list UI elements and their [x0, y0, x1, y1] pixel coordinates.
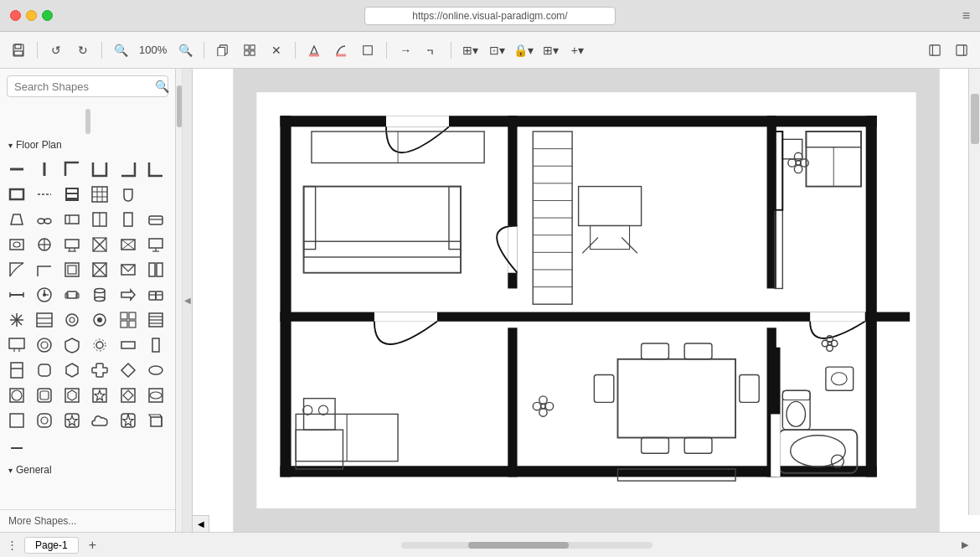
shape-sq-rounded[interactable] — [33, 384, 56, 407]
shape-sq-diamond[interactable] — [116, 384, 140, 407]
copy-button[interactable] — [211, 39, 235, 62]
scroll-left-button[interactable]: ◀ — [193, 515, 209, 532]
panel-right-button[interactable] — [950, 39, 973, 62]
shape-diamond-x[interactable] — [88, 258, 111, 281]
shape-grid2[interactable] — [88, 183, 111, 206]
shape-cross[interactable] — [88, 233, 111, 256]
close-button[interactable] — [10, 10, 21, 21]
shape-rect-wall[interactable] — [5, 183, 28, 206]
scroll-right-button[interactable]: ▶ — [957, 537, 973, 554]
shape-tv2[interactable] — [5, 333, 28, 357]
shape-cabinet[interactable] — [88, 208, 111, 231]
stroke-button[interactable] — [329, 39, 353, 62]
shape-2seater[interactable] — [144, 283, 168, 307]
shape-3d-box[interactable] — [144, 409, 168, 432]
shape-grid3[interactable] — [116, 308, 140, 332]
shape-fan[interactable] — [33, 233, 56, 256]
grid-button[interactable] — [238, 39, 261, 62]
shape-corner-desk[interactable] — [5, 258, 28, 281]
shape-house[interactable] — [5, 409, 28, 432]
shape-corner-tl[interactable] — [60, 157, 84, 181]
shape-bed[interactable] — [60, 208, 84, 231]
group-button[interactable]: ⊡▾ — [485, 39, 508, 62]
more-shapes-link[interactable]: More Shapes... — [0, 509, 175, 532]
canvas-area[interactable]: ◀ — [193, 69, 980, 532]
add-page-button[interactable]: + — [89, 538, 96, 553]
shape-wall-h[interactable] — [5, 157, 28, 181]
shape-wall-v[interactable] — [33, 157, 56, 181]
floor-plan-section[interactable]: ▾ Floor Plan — [0, 136, 175, 154]
zoom-out-button[interactable]: 🔍 — [109, 39, 132, 62]
shape-ring[interactable] — [33, 333, 56, 357]
shape-sq-star[interactable] — [88, 384, 111, 407]
more-options-button[interactable]: ⋮ — [7, 539, 18, 551]
url-bar[interactable]: https://online.visual-paradigm.com/ — [364, 7, 616, 25]
page-tab[interactable]: Page-1 — [24, 537, 79, 554]
shape-u-wall[interactable] — [88, 157, 111, 181]
shape-tv[interactable] — [60, 233, 84, 256]
shape-clock[interactable] — [33, 283, 56, 307]
shape-rounded-cross[interactable] — [88, 358, 111, 382]
redo-button[interactable]: ↻ — [71, 39, 95, 62]
shape-monitor[interactable] — [144, 233, 168, 256]
shape-sq-circle[interactable] — [5, 384, 28, 407]
shape-sq-cross[interactable] — [116, 409, 140, 432]
shape-space[interactable] — [144, 183, 168, 206]
shape-thick-grid[interactable] — [60, 183, 84, 206]
shape-cog[interactable] — [88, 333, 111, 357]
zoom-in-button[interactable]: 🔍 — [173, 39, 197, 62]
shape-round-table[interactable] — [60, 308, 84, 332]
shape-lamp[interactable] — [88, 308, 111, 332]
shape-sq-oval[interactable] — [144, 384, 168, 407]
shape-sofa2[interactable] — [144, 208, 168, 231]
minimize-button[interactable] — [26, 10, 37, 21]
shape-line-h2[interactable] — [5, 283, 28, 307]
shape-narrow-rect[interactable] — [116, 333, 140, 357]
shape-pillar[interactable] — [116, 208, 140, 231]
sidebar-scrollbar[interactable] — [176, 69, 183, 532]
save-button[interactable] — [7, 39, 30, 62]
shape-sink[interactable] — [5, 233, 28, 256]
shape-dash-h[interactable] — [33, 183, 56, 206]
shape-wardrobe[interactable] — [144, 258, 168, 281]
elbow-button[interactable] — [420, 39, 444, 62]
shape-bookshelf[interactable] — [33, 308, 56, 332]
shape-toilet[interactable] — [116, 183, 140, 206]
shape-sq-hexagon[interactable] — [60, 384, 84, 407]
shape-striped-box[interactable] — [144, 308, 168, 332]
shape-letter[interactable] — [116, 258, 140, 281]
insert-button[interactable]: +▾ — [565, 39, 589, 62]
shape-frame[interactable] — [60, 258, 84, 281]
shape-cloud[interactable] — [88, 409, 111, 432]
search-box[interactable]: 🔍 — [7, 75, 168, 97]
panel-left-button[interactable] — [923, 39, 946, 62]
shape-rounded-sq[interactable] — [33, 358, 56, 382]
search-input[interactable] — [14, 80, 155, 93]
shape-desk[interactable] — [33, 258, 56, 281]
shape-arrow-right[interactable] — [116, 283, 140, 307]
shape-cylinder[interactable] — [88, 283, 111, 307]
shape-shield[interactable] — [60, 333, 84, 357]
shape-corner-br[interactable] — [116, 157, 140, 181]
maximize-button[interactable] — [42, 10, 53, 21]
shape-tall-rect[interactable] — [144, 333, 168, 357]
fill-button[interactable] — [302, 39, 326, 62]
shape-minus[interactable] — [5, 434, 28, 457]
shape-gear-sq[interactable] — [60, 409, 84, 432]
hamburger-menu[interactable]: ≡ — [962, 8, 970, 23]
delete-button[interactable]: ✕ — [265, 39, 288, 62]
layout-button[interactable]: ⊞▾ — [539, 39, 562, 62]
shape-hexagon[interactable] — [60, 358, 84, 382]
vertical-scrollbar[interactable] — [968, 69, 980, 515]
shape-rounded-sq2[interactable] — [33, 409, 56, 432]
connector-button[interactable]: → — [394, 39, 417, 62]
collapse-handle[interactable]: ◀ — [183, 69, 193, 532]
arrange-button[interactable]: ⊞▾ — [458, 39, 482, 62]
horizontal-scrollbar[interactable] — [401, 542, 652, 549]
shape-oval[interactable] — [144, 358, 168, 382]
shape-sofa3[interactable] — [60, 283, 84, 307]
lock-button[interactable]: 🔒▾ — [512, 39, 535, 62]
shape-picture[interactable] — [116, 233, 140, 256]
shape-trapezoid[interactable] — [5, 208, 28, 231]
shape-glasses[interactable] — [33, 208, 56, 231]
